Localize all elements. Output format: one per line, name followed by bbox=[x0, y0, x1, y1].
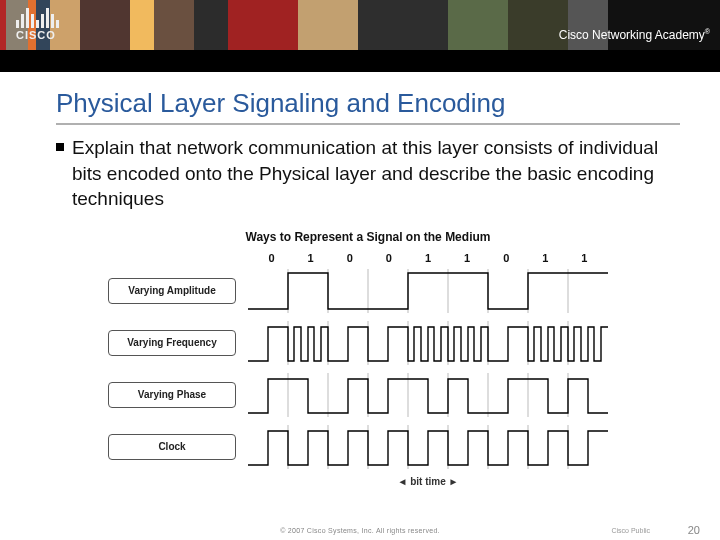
cisco-logo: CISCO bbox=[16, 6, 59, 41]
label-clock: Clock bbox=[108, 434, 236, 460]
wave-row-phase: Varying Phase bbox=[108, 372, 628, 418]
axis-label-row: ◄ bit time ► bbox=[248, 476, 608, 487]
header-bar: CISCO Cisco Networking Academy® bbox=[0, 0, 720, 72]
networking-academy-text: Cisco Networking Academy® bbox=[559, 28, 710, 42]
diagram-title: Ways to Represent a Signal on the Medium bbox=[108, 230, 628, 244]
label-phase: Varying Phase bbox=[108, 382, 236, 408]
bit-label: 0 bbox=[330, 252, 369, 264]
cisco-wordmark: CISCO bbox=[16, 30, 59, 41]
bit-label: 0 bbox=[487, 252, 526, 264]
bit-label: 1 bbox=[291, 252, 330, 264]
label-amplitude: Varying Amplitude bbox=[108, 278, 236, 304]
bit-label: 1 bbox=[448, 252, 487, 264]
slide-container: CISCO Cisco Networking Academy® Physical… bbox=[0, 0, 720, 540]
bit-label: 1 bbox=[408, 252, 447, 264]
bit-label: 1 bbox=[526, 252, 565, 264]
cisco-bars-icon bbox=[16, 6, 59, 28]
waveform-phase bbox=[248, 373, 608, 417]
bullet-item: Explain that network communication at th… bbox=[56, 135, 680, 212]
bit-label: 0 bbox=[252, 252, 291, 264]
slide-title: Physical Layer Signaling and Encoding bbox=[56, 88, 680, 125]
trademark-symbol: ® bbox=[705, 28, 710, 35]
arrow-left-icon: ◄ bbox=[398, 476, 408, 487]
label-frequency: Varying Frequency bbox=[108, 330, 236, 356]
header-black-band bbox=[0, 50, 720, 72]
signal-diagram: Ways to Represent a Signal on the Medium… bbox=[108, 230, 628, 487]
wave-row-clock: Clock bbox=[108, 424, 628, 470]
bit-label: 0 bbox=[369, 252, 408, 264]
waveform-amplitude bbox=[248, 269, 608, 313]
header-color-strip bbox=[0, 0, 720, 50]
bit-labels-row: 0 1 0 0 1 1 0 1 1 bbox=[248, 252, 608, 264]
bullet-text: Explain that network communication at th… bbox=[72, 135, 660, 212]
bullet-square-icon bbox=[56, 143, 64, 151]
bit-label: 1 bbox=[565, 252, 604, 264]
page-number: 20 bbox=[688, 524, 700, 536]
axis-text: bit time bbox=[410, 476, 446, 487]
waveform-frequency bbox=[248, 321, 608, 365]
wave-row-frequency: Varying Frequency bbox=[108, 320, 628, 366]
arrow-right-icon: ► bbox=[449, 476, 459, 487]
wave-row-amplitude: Varying Amplitude bbox=[108, 268, 628, 314]
content-area: Physical Layer Signaling and Encoding Ex… bbox=[0, 72, 720, 487]
waveform-clock bbox=[248, 425, 608, 469]
footer-right-text: Cisco Public bbox=[611, 527, 650, 534]
academy-label: Cisco Networking Academy bbox=[559, 28, 705, 42]
